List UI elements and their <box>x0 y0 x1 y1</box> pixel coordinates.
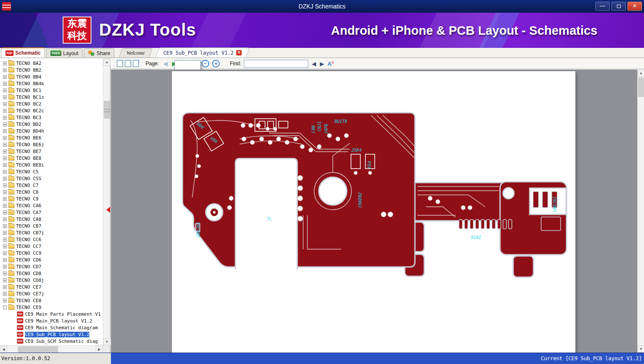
tab-ce9-sub-pcb-layout[interactable]: CE9 Sub_PCB layout V1.2 × <box>155 47 250 58</box>
tab-share[interactable]: Share <box>84 48 114 58</box>
tree-folder[interactable]: + TECNO CB7j <box>0 229 103 236</box>
tree-expander-icon[interactable]: + <box>3 217 7 221</box>
tree-expander-icon[interactable]: + <box>3 211 7 214</box>
find-previous-icon[interactable]: ◀ <box>312 61 316 67</box>
tree-expander-icon[interactable]: + <box>3 150 7 153</box>
close-button[interactable]: ✕ <box>627 2 642 11</box>
tree-expander-icon[interactable]: + <box>3 177 7 181</box>
page-copy-icon[interactable] <box>125 60 131 67</box>
tree-folder[interactable]: + TECNO CB7 <box>0 222 103 229</box>
tab-layout[interactable]: PADS Layout <box>46 48 83 58</box>
tree-folder[interactable]: + TECNO C9 <box>0 195 103 202</box>
tree-expander-icon[interactable]: + <box>3 116 7 119</box>
tree-expander-icon[interactable]: + <box>3 68 7 72</box>
tree-expander-icon[interactable]: + <box>3 170 7 174</box>
tree-expander-icon[interactable]: + <box>3 238 7 242</box>
tree-folder[interactable]: + TECNO BC2 <box>0 100 103 107</box>
tree-folder[interactable]: + TECNO BA2 <box>0 60 103 67</box>
content-scrollbar-thumb[interactable] <box>638 78 644 97</box>
sidebar-hscrollbar-thumb[interactable] <box>18 346 58 353</box>
find-input[interactable] <box>244 60 308 68</box>
sidebar-collapse-arrow[interactable] <box>106 207 110 213</box>
tree-expander-icon[interactable]: + <box>3 109 7 113</box>
tree-expander-icon[interactable]: + <box>3 190 7 194</box>
sidebar-horizontal-scrollbar[interactable]: ◀ ▶ <box>0 345 103 353</box>
tree-pdf-item[interactable]: PDF CE9 Sub_SCH Schematic diag <box>0 338 103 345</box>
tree-pdf-item[interactable]: PDF CE9 Main_Schematic diagram <box>0 324 103 331</box>
tree-expander-icon[interactable]: + <box>3 272 7 275</box>
case-sensitive-icon[interactable]: Aa <box>328 60 334 67</box>
tree-pdf-item[interactable]: PDF CE9 Sub_PCB layout V1.2 <box>0 331 103 338</box>
tree-folder[interactable]: + TECNO BD4h <box>0 128 103 134</box>
tree-folder[interactable]: + TECNO BB4k <box>0 80 103 87</box>
tree-expander-icon[interactable]: + <box>3 102 7 106</box>
tree-folder[interactable]: + TECNO C5 <box>0 168 103 175</box>
tree-folder[interactable]: + TECNO BB2 <box>0 67 103 73</box>
tree-folder[interactable]: + TECNO BC3 <box>0 114 103 121</box>
tree-folder[interactable]: + TECNO C7 <box>0 182 103 189</box>
scroll-right-icon[interactable]: ▶ <box>96 346 103 353</box>
tree-expander-icon[interactable]: + <box>3 197 7 201</box>
tree-folder[interactable]: + TECNO BE6j <box>0 141 103 148</box>
tree-expander-icon[interactable]: + <box>3 224 7 228</box>
tree-folder[interactable]: + TECNO C5S <box>0 175 103 182</box>
tree-expander-icon[interactable]: + <box>3 143 7 147</box>
tree-folder[interactable]: + TECNO BD2 <box>0 121 103 128</box>
zoom-in-icon[interactable]: + <box>212 60 220 67</box>
tree-expander-icon[interactable]: + <box>3 129 7 133</box>
close-tab-icon[interactable]: × <box>236 50 242 56</box>
tree-folder[interactable]: + TECNO CA8 <box>0 216 103 222</box>
tree-expander-icon[interactable]: + <box>3 251 7 255</box>
prev-page-icon[interactable]: ◀ <box>163 61 168 67</box>
tree-folder[interactable]: + TECNO BE6 <box>0 134 103 141</box>
scroll-up-icon[interactable]: ▲ <box>103 58 111 66</box>
tree-folder[interactable]: + TECNO BC1s <box>0 94 103 100</box>
tree-folder[interactable]: + TECNO CD8j <box>0 277 103 283</box>
scroll-left-icon[interactable]: ◀ <box>0 346 7 353</box>
zoom-out-icon[interactable]: − <box>202 60 209 67</box>
tree-folder[interactable]: + TECNO CE8 <box>0 297 103 304</box>
tree-expander-icon[interactable]: + <box>3 285 7 289</box>
tree-folder[interactable]: + TECNO CE7j <box>0 290 103 297</box>
tree-expander-icon[interactable]: + <box>3 245 7 248</box>
content-vertical-scrollbar[interactable]: ▲ ▼ <box>637 69 644 353</box>
tree-folder[interactable]: + TECNO BE8i <box>0 161 103 168</box>
tree-folder[interactable]: + TECNO BE8 <box>0 155 103 161</box>
scroll-up-icon[interactable]: ▲ <box>638 69 644 77</box>
tree-expander-icon[interactable]: + <box>3 258 7 262</box>
maximize-button[interactable] <box>611 2 626 11</box>
sidebar-scrollbar-thumb[interactable] <box>104 101 110 119</box>
tab-welcome[interactable]: Welcome <box>119 48 153 58</box>
tree-expander-icon[interactable]: + <box>3 231 7 235</box>
tree-expander-icon[interactable]: + <box>3 278 7 282</box>
tree-folder[interactable]: + TECNO BB4 <box>0 73 103 80</box>
tree-folder[interactable]: + TECNO BC2c <box>0 107 103 114</box>
tree-expander-icon[interactable]: + <box>3 183 7 187</box>
page-thumbnail-icon[interactable] <box>117 60 123 67</box>
tree-expander-icon[interactable]: - <box>3 306 7 309</box>
sidebar-vertical-scrollbar[interactable]: ▲ ▼ <box>103 58 110 345</box>
tree-expander-icon[interactable]: + <box>3 61 7 65</box>
tree-folder[interactable]: + TECNO CA6 <box>0 202 103 209</box>
tree-expander-icon[interactable]: + <box>3 82 7 86</box>
tree-expander-icon[interactable]: + <box>3 204 7 208</box>
tree-expander-icon[interactable]: + <box>3 265 7 269</box>
tree-expander-icon[interactable]: + <box>3 299 7 303</box>
tree-folder[interactable]: + TECNO CD7 <box>0 263 103 270</box>
tree-expander-icon[interactable]: + <box>3 122 7 126</box>
tree-expander-icon[interactable]: + <box>3 89 7 92</box>
tree-pdf-item[interactable]: PDF CE9 Main Parts Placement V1 <box>0 311 103 317</box>
tree-expander-icon[interactable]: + <box>3 163 7 167</box>
page-layout-icon[interactable] <box>133 60 139 67</box>
scroll-down-icon[interactable]: ▼ <box>103 338 111 345</box>
tree-expander-icon[interactable]: + <box>3 136 7 140</box>
tree-expander-icon[interactable]: + <box>3 75 7 79</box>
tree-expander-icon[interactable]: + <box>3 95 7 99</box>
tree-folder[interactable]: + TECNO CC7 <box>0 243 103 250</box>
tree-folder[interactable]: + TECNO CC6 <box>0 236 103 243</box>
tree-folder[interactable]: + TECNO BE7 <box>0 148 103 155</box>
tree-folder[interactable]: + TECNO CD8 <box>0 270 103 277</box>
tree-folder[interactable]: + TECNO BC1 <box>0 87 103 94</box>
tab-schematic[interactable]: PDF Schematic <box>1 47 45 58</box>
tree-folder[interactable]: + TECNO CE7 <box>0 283 103 290</box>
